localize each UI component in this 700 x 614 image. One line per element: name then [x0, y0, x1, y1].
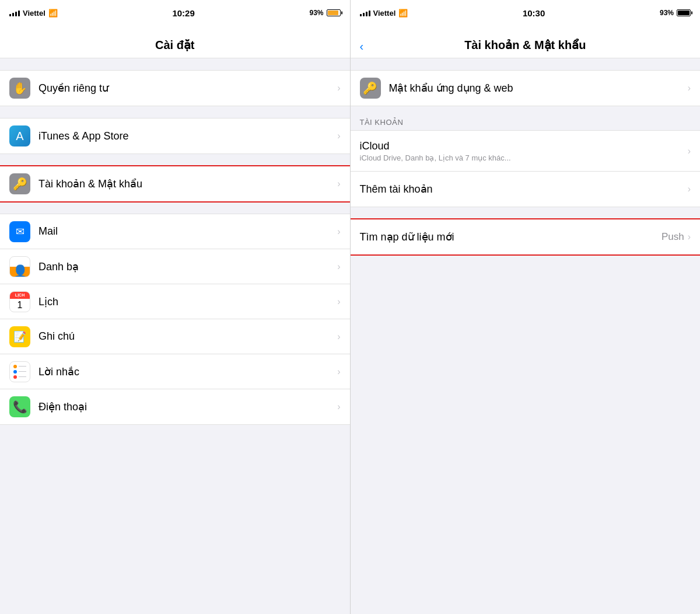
notes-icon: 📝: [9, 326, 30, 347]
itunes-label: iTunes & App Store: [38, 130, 337, 142]
phone-label: Điện thoại: [38, 400, 337, 413]
mail-label: Mail: [38, 225, 337, 238]
left-nav-title: Cài đặt: [44, 38, 306, 52]
apps-group: ✉ Mail › 👤 Danh bạ › Lịch 1: [0, 214, 350, 425]
right-status-bar: Viettel 📶 10:30 93%: [351, 0, 701, 26]
reminders-icon: [9, 361, 30, 382]
chevron-icon: ›: [337, 296, 340, 307]
wifi-icon-right: 📶: [398, 9, 408, 18]
privacy-label: Quyền riêng tư: [38, 82, 337, 95]
appstore-icon: A: [9, 125, 30, 146]
chevron-icon: ›: [337, 402, 340, 412]
calendar-label: Lịch: [38, 295, 337, 308]
left-phone-panel: Viettel 📶 10:29 93% Cài đặt ✋ Quyền riên…: [0, 0, 350, 614]
back-arrow-icon: ‹: [360, 40, 364, 52]
right-status-right: 93%: [660, 9, 691, 17]
reminders-label: Lời nhắc: [38, 365, 337, 378]
privacy-group: ✋ Quyền riêng tư ›: [0, 70, 350, 106]
fetch-value: Push: [662, 231, 684, 243]
chevron-icon: ›: [337, 83, 340, 93]
right-status-left: Viettel 📶: [360, 9, 408, 18]
back-button[interactable]: ‹: [360, 40, 395, 52]
passwords-label: Mật khẩu ứng dụng & web: [389, 82, 688, 95]
fetch-section: Tìm nạp dữ liệu mới Push ›: [351, 219, 701, 255]
left-nav-bar: Cài đặt: [0, 26, 350, 58]
contacts-label: Danh bạ: [38, 260, 337, 273]
list-item[interactable]: A iTunes & App Store ›: [0, 118, 350, 154]
battery-icon-left: [327, 9, 341, 16]
accounts-section: 🔑 Tài khoản & Mật khẩu ›: [0, 166, 350, 202]
signal-bars-right: [360, 9, 370, 16]
list-item[interactable]: 👤 Danh bạ ›: [0, 249, 350, 284]
accounts-label: Tài khoản & Mật khẩu: [38, 177, 337, 190]
icloud-item[interactable]: iCloud iCloud Drive, Danh bạ, Lịch và 7 …: [351, 131, 701, 172]
passwords-item[interactable]: 🔑 Mật khẩu ứng dụng & web ›: [351, 71, 701, 106]
itunes-section: A iTunes & App Store ›: [0, 118, 350, 154]
chevron-icon: ›: [688, 146, 691, 156]
key-icon: 🔑: [9, 173, 30, 194]
chevron-icon: ›: [337, 226, 340, 237]
list-item[interactable]: 📞 Điện thoại ›: [0, 389, 350, 424]
chevron-icon: ›: [688, 83, 691, 93]
battery-percent-right: 93%: [660, 9, 674, 17]
list-item[interactable]: Lời nhắc ›: [0, 354, 350, 389]
mail-icon: ✉: [9, 221, 30, 242]
chevron-icon: ›: [337, 367, 340, 377]
right-phone-panel: Viettel 📶 10:30 93% ‹ Tài khoản & Mật kh…: [351, 0, 701, 614]
itunes-group: A iTunes & App Store ›: [0, 118, 350, 154]
left-status-right: 93%: [309, 9, 340, 17]
accounts-group: 🔑 Tài khoản & Mật khẩu ›: [0, 166, 350, 202]
privacy-icon: ✋: [9, 78, 30, 99]
accounts-header-section: TÀI KHOẢN iCloud iCloud Drive, Danh bạ, …: [351, 118, 701, 207]
chevron-icon: ›: [337, 332, 340, 342]
accounts-password-item[interactable]: 🔑 Tài khoản & Mật khẩu ›: [0, 166, 350, 201]
password-section: 🔑 Mật khẩu ứng dụng & web ›: [351, 70, 701, 106]
icloud-text-block: iCloud iCloud Drive, Danh bạ, Lịch và 7 …: [360, 140, 688, 162]
battery-percent-left: 93%: [309, 9, 323, 17]
left-status-left: Viettel 📶: [9, 9, 58, 18]
wifi-icon: 📶: [48, 9, 58, 18]
left-status-bar: Viettel 📶 10:29 93%: [0, 0, 350, 26]
contacts-icon: 👤: [9, 256, 30, 277]
accounts-section-label: TÀI KHOẢN: [351, 118, 701, 130]
chevron-icon: ›: [337, 131, 340, 141]
notes-label: Ghi chú: [38, 330, 337, 343]
add-account-item[interactable]: Thêm tài khoản ›: [351, 172, 701, 207]
carrier-label: Viettel: [23, 9, 46, 18]
apps-section: ✉ Mail › 👤 Danh bạ › Lịch 1: [0, 214, 350, 425]
carrier-label-right: Viettel: [373, 9, 396, 18]
battery-icon-right: [677, 9, 691, 16]
icloud-label: iCloud: [360, 140, 688, 152]
calendar-icon: Lịch 1: [9, 291, 30, 312]
fetch-group: Tìm nạp dữ liệu mới Push ›: [351, 219, 701, 255]
chevron-icon: ›: [688, 184, 691, 194]
right-nav-bar: ‹ Tài khoản & Mật khẩu: [351, 26, 701, 58]
password-group: 🔑 Mật khẩu ứng dụng & web ›: [351, 70, 701, 106]
add-account-label: Thêm tài khoản: [360, 183, 688, 196]
right-nav-title: Tài khoản & Mật khẩu: [395, 38, 656, 52]
right-time: 10:30: [523, 8, 545, 18]
list-item[interactable]: ✉ Mail ›: [0, 214, 350, 249]
privacy-section: ✋ Quyền riêng tư ›: [0, 70, 350, 106]
icloud-sublabel: iCloud Drive, Danh bạ, Lịch và 7 mục khá…: [360, 154, 688, 162]
chevron-icon: ›: [337, 179, 340, 189]
list-item[interactable]: ✋ Quyền riêng tư ›: [0, 71, 350, 106]
fetch-label: Tìm nạp dữ liệu mới: [360, 231, 662, 243]
list-item[interactable]: Lịch 1 Lịch ›: [0, 284, 350, 319]
accounts-list-group: iCloud iCloud Drive, Danh bạ, Lịch và 7 …: [351, 130, 701, 207]
chevron-icon: ›: [337, 261, 340, 272]
left-time: 10:29: [172, 8, 194, 18]
list-item[interactable]: 📝 Ghi chú ›: [0, 319, 350, 354]
chevron-icon: ›: [688, 232, 691, 242]
fetch-data-item[interactable]: Tìm nạp dữ liệu mới Push ›: [351, 219, 701, 254]
signal-bars: [9, 9, 20, 16]
key-icon-right: 🔑: [360, 78, 381, 99]
phone-icon: 📞: [9, 396, 30, 417]
